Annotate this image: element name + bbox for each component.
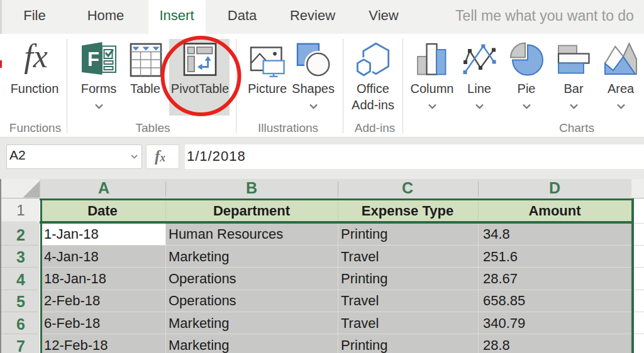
svg-text:F: F [87, 48, 99, 70]
svg-text:fx: fx [24, 38, 48, 74]
